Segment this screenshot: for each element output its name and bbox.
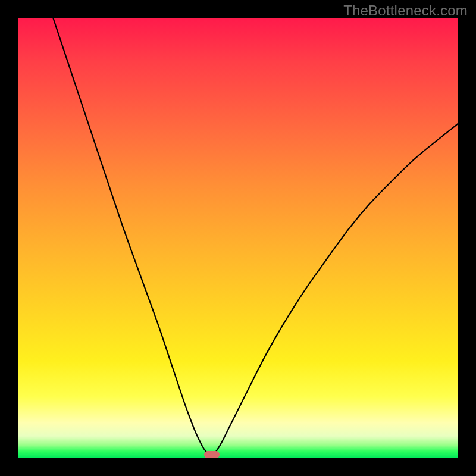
plot-area: [18, 18, 458, 458]
minimum-marker: [204, 451, 220, 458]
bottleneck-curve: [18, 18, 458, 458]
chart-frame: TheBottleneck.com: [0, 0, 476, 476]
watermark-text: TheBottleneck.com: [343, 2, 468, 19]
